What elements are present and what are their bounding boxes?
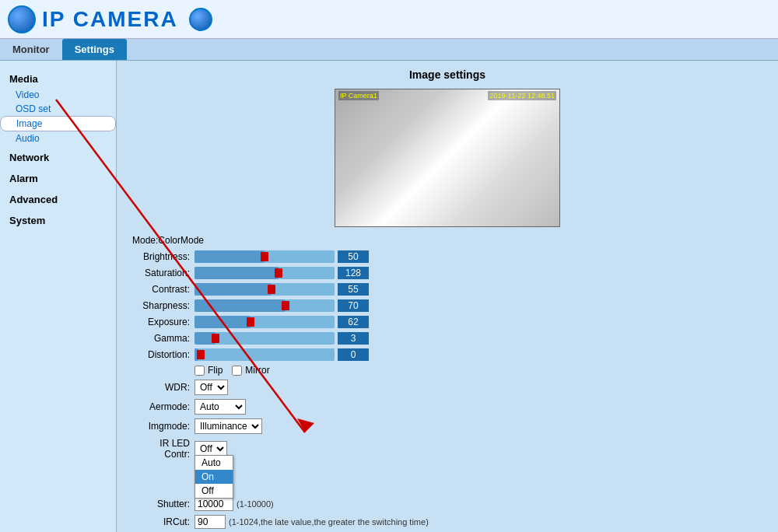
irled-row: IR LED Contr: Off Auto On Off bbox=[132, 438, 762, 460]
aermode-select[interactable]: Auto Manual bbox=[194, 399, 246, 415]
mirror-checkbox-item[interactable]: Mirror bbox=[232, 365, 269, 376]
sidebar-section-system: System bbox=[0, 212, 116, 229]
globe-icon-right bbox=[189, 8, 212, 31]
flip-checkbox-item[interactable]: Flip bbox=[194, 365, 223, 376]
tab-monitor[interactable]: Monitor bbox=[0, 39, 62, 60]
contrast-label: Contrast: bbox=[132, 284, 194, 295]
gamma-label: Gamma: bbox=[132, 333, 194, 344]
globe-icon-left bbox=[8, 5, 36, 33]
irled-option-auto[interactable]: Auto bbox=[195, 456, 233, 470]
gamma-slider[interactable] bbox=[194, 332, 335, 345]
sidebar-section-media: Media bbox=[0, 70, 116, 88]
nav-tabs: Monitor Settings bbox=[0, 39, 778, 61]
mirror-checkbox[interactable] bbox=[232, 366, 242, 376]
distortion-label: Distortion: bbox=[132, 349, 194, 360]
sidebar-item-video[interactable]: Video bbox=[0, 88, 116, 102]
imgmode-row: Imgmode: Illuminance Standard Night bbox=[132, 418, 762, 434]
distortion-slider[interactable] bbox=[194, 348, 335, 361]
contrast-row: Contrast: 55 bbox=[132, 283, 762, 296]
camera-channel-text: IP Camera1 bbox=[338, 91, 379, 100]
exposure-slider[interactable] bbox=[194, 316, 335, 328]
exposure-label: Exposure: bbox=[132, 317, 194, 327]
main-content: Image settings IP Camera1 2019-11-22 12:… bbox=[117, 61, 778, 532]
wdr-label: WDR: bbox=[132, 382, 194, 393]
sidebar-item-osd[interactable]: OSD set bbox=[0, 102, 116, 116]
wdr-select[interactable]: Off On bbox=[194, 380, 228, 395]
aermode-row: Aermode: Auto Manual bbox=[132, 399, 762, 415]
imgmode-select[interactable]: Illuminance Standard Night bbox=[194, 418, 262, 434]
ircut-input[interactable] bbox=[194, 515, 226, 529]
gamma-row: Gamma: 3 bbox=[132, 332, 762, 345]
shutter-input[interactable] bbox=[194, 497, 233, 511]
exposure-value: 62 bbox=[338, 316, 369, 328]
sidebar: Media Video OSD set Image Audio Network … bbox=[0, 61, 117, 532]
sidebar-section-advanced: Advanced bbox=[0, 191, 116, 208]
flip-label: Flip bbox=[208, 365, 223, 376]
irled-option-off[interactable]: Off bbox=[195, 484, 233, 498]
distortion-value: 0 bbox=[338, 348, 369, 361]
saturation-row: Saturation: 128 bbox=[132, 267, 762, 279]
gamma-value: 3 bbox=[338, 332, 369, 345]
camera-preview: IP Camera1 2019-11-22 12:48:51 bbox=[335, 89, 560, 227]
irled-dropdown-menu: Auto On Off bbox=[194, 455, 233, 499]
brightness-value: 50 bbox=[338, 250, 369, 263]
saturation-slider[interactable] bbox=[194, 267, 335, 279]
sidebar-section-alarm: Alarm bbox=[0, 170, 116, 187]
ircut-row: IRCut: (1-1024,the late value,the greate… bbox=[132, 515, 762, 529]
brightness-label: Brightness: bbox=[132, 251, 194, 262]
page-title: Image settings bbox=[132, 68, 762, 81]
logo: IP CAMERA bbox=[8, 5, 212, 33]
sharpness-label: Sharpness: bbox=[132, 300, 194, 311]
tab-settings[interactable]: Settings bbox=[62, 39, 127, 60]
irled-select[interactable]: Off bbox=[194, 441, 227, 457]
app-title: IP CAMERA bbox=[42, 7, 178, 32]
irled-label: IR LED Contr: bbox=[132, 438, 194, 460]
sidebar-item-audio[interactable]: Audio bbox=[0, 131, 116, 145]
ircut-label: IRCut: bbox=[132, 516, 194, 527]
sharpness-slider[interactable] bbox=[194, 299, 335, 312]
saturation-label: Saturation: bbox=[132, 268, 194, 278]
exposure-row: Exposure: 62 bbox=[132, 316, 762, 328]
sidebar-item-image[interactable]: Image bbox=[0, 116, 116, 131]
contrast-slider[interactable] bbox=[194, 283, 335, 296]
irled-dropdown[interactable]: Off Auto On Off bbox=[194, 441, 227, 457]
flip-mirror-row: Flip Mirror bbox=[132, 365, 762, 376]
mode-label: Mode:ColorMode bbox=[132, 235, 762, 246]
camera-time-text: 2019-11-22 12:48:51 bbox=[488, 91, 556, 100]
distortion-row: Distortion: 0 bbox=[132, 348, 762, 361]
shutter-label: Shutter: bbox=[132, 499, 194, 509]
aermode-label: Aermode: bbox=[132, 401, 194, 412]
brightness-slider[interactable] bbox=[194, 250, 335, 263]
sidebar-section-network: Network bbox=[0, 149, 116, 166]
brightness-row: Brightness: 50 bbox=[132, 250, 762, 263]
sharpness-value: 70 bbox=[338, 299, 369, 312]
wdr-row: WDR: Off On bbox=[132, 380, 762, 395]
contrast-value: 55 bbox=[338, 283, 369, 296]
mirror-label: Mirror bbox=[245, 365, 269, 376]
saturation-value: 128 bbox=[338, 267, 369, 279]
sharpness-row: Sharpness: 70 bbox=[132, 299, 762, 312]
irled-option-on[interactable]: On bbox=[195, 470, 233, 484]
flip-checkbox[interactable] bbox=[194, 366, 205, 376]
header: IP CAMERA bbox=[0, 0, 778, 39]
ircut-info: (1-1024,the late value,the greater the s… bbox=[229, 517, 429, 527]
shutter-row: Shutter: (1-10000) bbox=[132, 497, 762, 511]
shutter-range: (1-10000) bbox=[237, 499, 274, 509]
imgmode-label: Imgmode: bbox=[132, 421, 194, 432]
